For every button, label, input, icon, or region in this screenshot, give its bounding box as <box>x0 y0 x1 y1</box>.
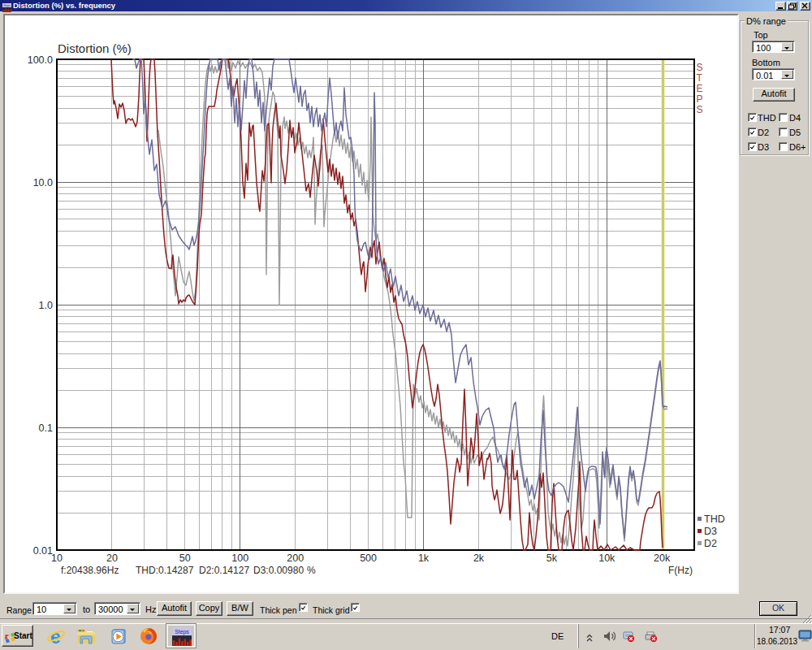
svg-text:S: S <box>697 104 703 115</box>
svg-text:2k: 2k <box>473 552 485 564</box>
svg-text:D3:0.00980: D3:0.00980 <box>253 565 304 576</box>
svg-text:THD:0.14287: THD:0.14287 <box>136 565 194 576</box>
svg-text:1.0: 1.0 <box>39 300 53 311</box>
svg-text:%: % <box>307 565 316 576</box>
svg-text:10: 10 <box>51 552 63 564</box>
svg-text:50: 50 <box>179 552 191 564</box>
svg-text:Steps: Steps <box>175 629 189 635</box>
svg-text:D2:0.14127: D2:0.14127 <box>199 565 249 576</box>
svg-text:100: 100 <box>231 552 248 564</box>
svg-text:5k: 5k <box>546 552 558 564</box>
svg-text:Distortion (%): Distortion (%) <box>58 41 132 55</box>
svg-text:F(Hz): F(Hz) <box>668 565 693 576</box>
svg-text:0.01: 0.01 <box>33 545 53 557</box>
svg-text:10k: 10k <box>598 552 615 564</box>
svg-text:P: P <box>697 93 703 105</box>
svg-text:Steps: Steps <box>4 4 11 7</box>
svg-text:E: E <box>697 83 703 94</box>
svg-text:200: 200 <box>287 552 304 564</box>
svg-text:500: 500 <box>360 552 377 564</box>
svg-text:S: S <box>697 62 703 73</box>
svg-text:f:20438.96Hz: f:20438.96Hz <box>61 565 119 576</box>
svg-text:1k: 1k <box>418 552 430 564</box>
svg-text:20: 20 <box>106 552 118 564</box>
svg-text:20k: 20k <box>654 552 671 564</box>
svg-text:D2: D2 <box>704 538 717 549</box>
svg-text:100.0: 100.0 <box>28 54 53 66</box>
svg-text:T: T <box>697 72 703 84</box>
svg-text:10.0: 10.0 <box>33 177 53 188</box>
svg-text:e: e <box>50 626 61 646</box>
svg-text:THD: THD <box>704 514 725 525</box>
svg-text:D3: D3 <box>704 526 717 537</box>
svg-text:0.1: 0.1 <box>39 422 53 434</box>
